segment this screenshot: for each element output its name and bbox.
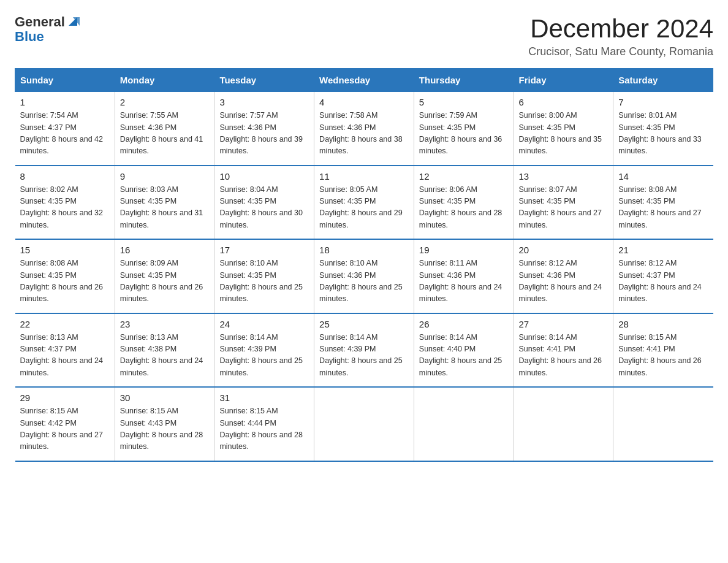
- day-cell: 29Sunrise: 8:15 AMSunset: 4:42 PMDayligh…: [15, 387, 115, 461]
- day-number: 1: [20, 97, 110, 107]
- day-cell: [613, 387, 713, 461]
- day-number: 22: [20, 319, 110, 329]
- day-cell: 31Sunrise: 8:15 AMSunset: 4:44 PMDayligh…: [214, 387, 314, 461]
- day-number: 16: [120, 245, 210, 255]
- day-number: 5: [419, 97, 509, 107]
- calendar-header-row: SundayMondayTuesdayWednesdayThursdayFrid…: [15, 69, 713, 92]
- day-info: Sunrise: 8:14 AMSunset: 4:39 PMDaylight:…: [319, 333, 403, 377]
- page-title: December 2024: [528, 15, 713, 43]
- logo-blue-text: Blue: [15, 29, 44, 44]
- day-info: Sunrise: 8:15 AMSunset: 4:41 PMDaylight:…: [618, 333, 702, 377]
- day-number: 9: [120, 171, 210, 182]
- day-number: 11: [319, 171, 409, 182]
- day-number: 6: [519, 97, 609, 107]
- day-info: Sunrise: 8:10 AMSunset: 4:35 PMDaylight:…: [219, 259, 303, 303]
- day-info: Sunrise: 8:01 AMSunset: 4:35 PMDaylight:…: [618, 111, 702, 155]
- day-cell: [414, 387, 514, 461]
- day-info: Sunrise: 8:10 AMSunset: 4:36 PMDaylight:…: [319, 259, 403, 303]
- day-number: 4: [319, 97, 409, 107]
- day-info: Sunrise: 8:04 AMSunset: 4:35 PMDaylight:…: [219, 185, 303, 229]
- day-info: Sunrise: 8:13 AMSunset: 4:37 PMDaylight:…: [20, 333, 104, 377]
- day-info: Sunrise: 7:55 AMSunset: 4:36 PMDaylight:…: [120, 111, 203, 155]
- day-number: 15: [20, 245, 110, 255]
- day-number: 2: [120, 97, 210, 107]
- day-info: Sunrise: 8:13 AMSunset: 4:38 PMDaylight:…: [120, 333, 203, 377]
- day-number: 7: [618, 97, 708, 107]
- day-info: Sunrise: 8:08 AMSunset: 4:35 PMDaylight:…: [20, 259, 104, 303]
- page-header: General Blue December 2024 Crucisor, Sat…: [15, 15, 713, 58]
- week-row-5: 29Sunrise: 8:15 AMSunset: 4:42 PMDayligh…: [15, 387, 713, 461]
- day-number: 19: [419, 245, 509, 255]
- day-cell: 28Sunrise: 8:15 AMSunset: 4:41 PMDayligh…: [613, 313, 713, 388]
- day-info: Sunrise: 8:09 AMSunset: 4:35 PMDaylight:…: [120, 259, 203, 303]
- day-info: Sunrise: 8:12 AMSunset: 4:37 PMDaylight:…: [618, 259, 702, 303]
- day-info: Sunrise: 8:15 AMSunset: 4:42 PMDaylight:…: [20, 407, 104, 451]
- day-cell: 17Sunrise: 8:10 AMSunset: 4:35 PMDayligh…: [214, 239, 314, 313]
- day-number: 31: [219, 393, 309, 403]
- day-cell: 13Sunrise: 8:07 AMSunset: 4:35 PMDayligh…: [514, 166, 613, 240]
- header-saturday: Saturday: [613, 69, 713, 92]
- day-cell: 12Sunrise: 8:06 AMSunset: 4:35 PMDayligh…: [414, 166, 514, 240]
- day-cell: [314, 387, 414, 461]
- header-wednesday: Wednesday: [314, 69, 414, 92]
- logo-general-text: General: [15, 15, 65, 29]
- header-friday: Friday: [514, 69, 613, 92]
- day-number: 13: [519, 171, 609, 182]
- title-block: December 2024 Crucisor, Satu Mare County…: [528, 15, 713, 58]
- week-row-4: 22Sunrise: 8:13 AMSunset: 4:37 PMDayligh…: [15, 313, 713, 388]
- header-monday: Monday: [115, 69, 214, 92]
- day-cell: 2Sunrise: 7:55 AMSunset: 4:36 PMDaylight…: [115, 92, 214, 166]
- day-cell: 19Sunrise: 8:11 AMSunset: 4:36 PMDayligh…: [414, 239, 514, 313]
- day-number: 27: [519, 319, 609, 329]
- day-info: Sunrise: 8:08 AMSunset: 4:35 PMDaylight:…: [618, 185, 702, 229]
- day-cell: 30Sunrise: 8:15 AMSunset: 4:43 PMDayligh…: [115, 387, 214, 461]
- day-info: Sunrise: 8:14 AMSunset: 4:40 PMDaylight:…: [419, 333, 502, 377]
- day-info: Sunrise: 7:58 AMSunset: 4:36 PMDaylight:…: [319, 111, 403, 155]
- day-cell: [514, 387, 613, 461]
- day-cell: 16Sunrise: 8:09 AMSunset: 4:35 PMDayligh…: [115, 239, 214, 313]
- day-cell: 5Sunrise: 7:59 AMSunset: 4:35 PMDaylight…: [414, 92, 514, 166]
- day-number: 14: [618, 171, 708, 182]
- day-info: Sunrise: 8:11 AMSunset: 4:36 PMDaylight:…: [419, 259, 502, 303]
- calendar-table: SundayMondayTuesdayWednesdayThursdayFrid…: [15, 68, 713, 462]
- day-number: 26: [419, 319, 509, 329]
- day-number: 25: [319, 319, 409, 329]
- day-cell: 24Sunrise: 8:14 AMSunset: 4:39 PMDayligh…: [214, 313, 314, 388]
- day-info: Sunrise: 8:05 AMSunset: 4:35 PMDaylight:…: [319, 185, 403, 229]
- day-number: 21: [618, 245, 708, 255]
- day-info: Sunrise: 8:03 AMSunset: 4:35 PMDaylight:…: [120, 185, 203, 229]
- day-number: 17: [219, 245, 309, 255]
- day-info: Sunrise: 7:59 AMSunset: 4:35 PMDaylight:…: [419, 111, 502, 155]
- day-cell: 25Sunrise: 8:14 AMSunset: 4:39 PMDayligh…: [314, 313, 414, 388]
- day-info: Sunrise: 8:00 AMSunset: 4:35 PMDaylight:…: [519, 111, 602, 155]
- header-tuesday: Tuesday: [214, 69, 314, 92]
- day-cell: 21Sunrise: 8:12 AMSunset: 4:37 PMDayligh…: [613, 239, 713, 313]
- day-number: 12: [419, 171, 509, 182]
- day-cell: 10Sunrise: 8:04 AMSunset: 4:35 PMDayligh…: [214, 166, 314, 240]
- day-info: Sunrise: 8:07 AMSunset: 4:35 PMDaylight:…: [519, 185, 602, 229]
- day-info: Sunrise: 8:06 AMSunset: 4:35 PMDaylight:…: [419, 185, 502, 229]
- day-number: 30: [120, 393, 210, 403]
- day-number: 8: [20, 171, 110, 182]
- day-cell: 6Sunrise: 8:00 AMSunset: 4:35 PMDaylight…: [514, 92, 613, 166]
- day-info: Sunrise: 7:54 AMSunset: 4:37 PMDaylight:…: [20, 111, 104, 155]
- day-cell: 23Sunrise: 8:13 AMSunset: 4:38 PMDayligh…: [115, 313, 214, 388]
- day-number: 20: [519, 245, 609, 255]
- day-number: 23: [120, 319, 210, 329]
- logo: General Blue: [15, 15, 80, 44]
- day-cell: 18Sunrise: 8:10 AMSunset: 4:36 PMDayligh…: [314, 239, 414, 313]
- week-row-3: 15Sunrise: 8:08 AMSunset: 4:35 PMDayligh…: [15, 239, 713, 313]
- day-number: 28: [618, 319, 708, 329]
- day-number: 24: [219, 319, 309, 329]
- day-info: Sunrise: 8:14 AMSunset: 4:39 PMDaylight:…: [219, 333, 303, 377]
- logo-arrow-icon: [66, 15, 80, 28]
- day-cell: 11Sunrise: 8:05 AMSunset: 4:35 PMDayligh…: [314, 166, 414, 240]
- day-info: Sunrise: 8:14 AMSunset: 4:41 PMDaylight:…: [519, 333, 602, 377]
- day-cell: 15Sunrise: 8:08 AMSunset: 4:35 PMDayligh…: [15, 239, 115, 313]
- day-cell: 8Sunrise: 8:02 AMSunset: 4:35 PMDaylight…: [15, 166, 115, 240]
- day-info: Sunrise: 7:57 AMSunset: 4:36 PMDaylight:…: [219, 111, 303, 155]
- day-cell: 9Sunrise: 8:03 AMSunset: 4:35 PMDaylight…: [115, 166, 214, 240]
- day-cell: 27Sunrise: 8:14 AMSunset: 4:41 PMDayligh…: [514, 313, 613, 388]
- day-info: Sunrise: 8:15 AMSunset: 4:44 PMDaylight:…: [219, 407, 303, 451]
- day-number: 10: [219, 171, 309, 182]
